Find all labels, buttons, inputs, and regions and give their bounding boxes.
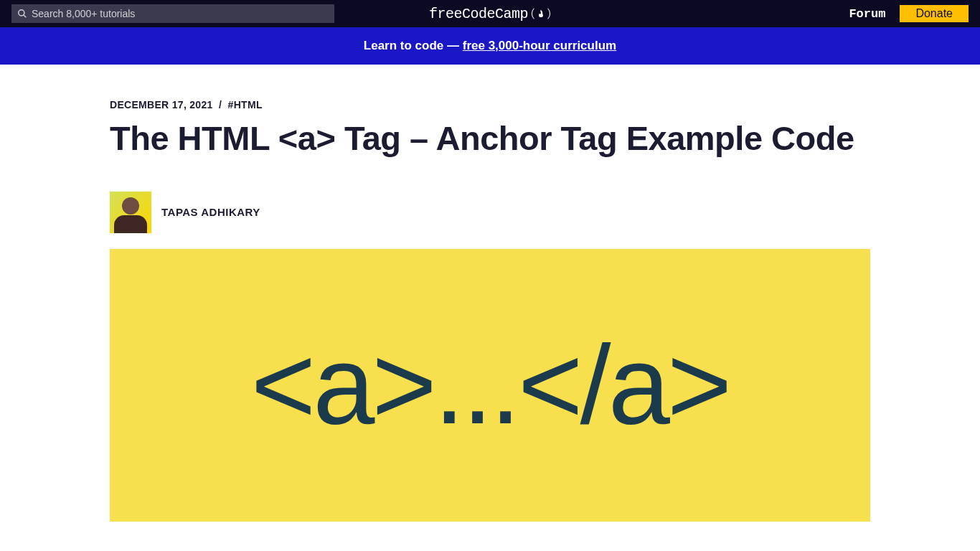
logo-text: freeCodeCamp — [429, 6, 528, 22]
meta-separator: / — [219, 99, 222, 110]
author-avatar[interactable] — [110, 192, 151, 233]
banner-link[interactable]: free 3,000-hour curriculum — [463, 39, 616, 52]
hero-image: <a>...</a> — [110, 249, 870, 522]
article-title: The HTML <a> Tag – Anchor Tag Example Co… — [110, 118, 870, 160]
article-meta: DECEMBER 17, 2021 / #HTML — [110, 99, 870, 110]
search-icon — [17, 9, 27, 19]
top-navbar: freeCodeCamp Forum Donate — [0, 0, 980, 27]
hero-text: <a>...</a> — [251, 321, 730, 449]
author-block: TAPAS ADHIKARY — [110, 192, 870, 233]
donate-button[interactable]: Donate — [900, 5, 969, 22]
search-container[interactable] — [11, 4, 334, 23]
article-tag-link[interactable]: #HTML — [228, 99, 263, 110]
svg-line-1 — [24, 15, 27, 18]
banner-prefix: Learn to code — — [364, 39, 463, 52]
author-name-link[interactable]: TAPAS ADHIKARY — [161, 206, 260, 218]
svg-point-0 — [19, 10, 24, 16]
site-logo[interactable]: freeCodeCamp — [429, 6, 551, 22]
search-input[interactable] — [32, 8, 329, 19]
forum-link[interactable]: Forum — [849, 7, 885, 21]
nav-right: Forum Donate — [849, 5, 969, 22]
fire-icon — [531, 6, 551, 21]
promo-banner: Learn to code — free 3,000-hour curricul… — [0, 27, 980, 65]
article-content: DECEMBER 17, 2021 / #HTML The HTML <a> T… — [110, 65, 870, 522]
article-date: DECEMBER 17, 2021 — [110, 99, 213, 110]
